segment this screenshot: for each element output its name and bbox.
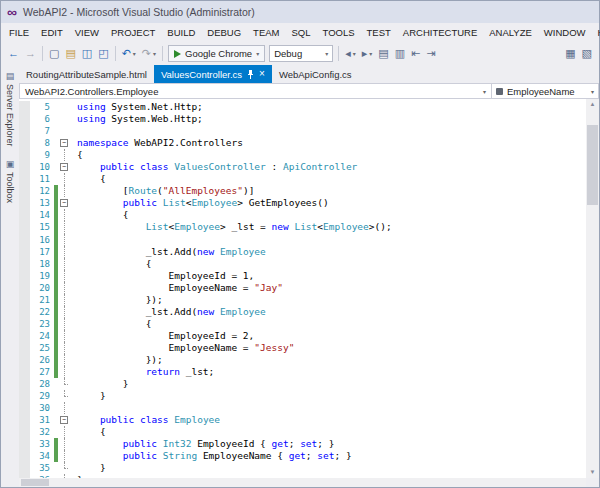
indicator-margin[interactable] [19,450,30,462]
code-text[interactable]: } [71,378,586,390]
code-text[interactable]: { [71,173,586,185]
start-debug-button[interactable]: Google Chrome ▾ [168,45,265,62]
forward-arrow-button[interactable]: → [22,46,39,61]
vertical-scrollbar-thumb[interactable] [587,125,598,205]
code-text[interactable] [71,125,586,137]
code-text[interactable]: EmployeeId = 2, [71,330,586,342]
code-line[interactable]: 11 { [19,173,586,185]
menu-help[interactable]: HELP [592,24,600,41]
menu-test[interactable]: TEST [361,24,397,41]
code-line[interactable]: 26 }); [19,354,586,366]
code-text[interactable]: namespace WebAPI2.Controllers [71,137,586,149]
menu-sql[interactable]: SQL [286,24,317,41]
code-line[interactable]: 14 { [19,209,586,221]
code-text[interactable]: _lst.Add(new Employee [71,306,586,318]
undo-button[interactable]: ↶▾ [119,46,139,61]
indicator-margin[interactable] [19,173,30,185]
scroll-down-icon[interactable]: ▼ [586,467,599,478]
code-line[interactable]: 13− public List<Employee> GetEmployees() [19,197,586,209]
menu-project[interactable]: PROJECT [105,24,161,41]
fold-toggle-icon[interactable]: − [60,139,68,147]
code-line[interactable]: 15 List<Employee> _lst = new List<Employ… [19,221,586,233]
indicator-margin[interactable] [19,318,30,330]
menu-window[interactable]: WINDOW [538,24,592,41]
code-text[interactable]: public String EmployeeName { get; set; } [71,450,586,462]
fold-toggle-icon[interactable]: − [60,163,68,171]
menu-architecture[interactable]: ARCHITECTURE [397,24,483,41]
indicator-margin[interactable] [19,197,30,209]
code-text[interactable]: _lst.Add(new Employee [71,246,586,258]
open-folder-button[interactable]: ▤ [62,46,78,61]
save-all-button[interactable]: ◰ [95,46,111,61]
code-line[interactable]: 33 public Int32 EmployeeId { get; set; } [19,438,586,450]
indicator-margin[interactable] [19,161,30,173]
code-text[interactable]: using System.Net.Http; [71,101,586,113]
scroll-up-icon[interactable]: ▲ [586,99,599,110]
horizontal-scrollbar[interactable] [19,478,586,487]
indicator-margin[interactable] [19,113,30,125]
increase-indent-button[interactable]: ⇥ [423,46,438,61]
code-line[interactable]: 25 EmployeeName = "Jessy" [19,342,586,354]
menu-view[interactable]: VIEW [69,24,105,41]
code-line[interactable]: 23 { [19,318,586,330]
back-arrow-button[interactable]: ← [5,46,22,61]
indicator-margin[interactable] [19,221,30,233]
indicator-margin[interactable] [19,137,30,149]
code-line[interactable]: 20 EmployeeName = "Jay" [19,282,586,294]
navigate-forward-button[interactable]: ▸▾ [359,46,376,61]
code-text[interactable] [71,234,586,246]
comment-out-button[interactable]: ▤ [375,46,391,61]
code-line[interactable]: 31− public class Employee [19,414,586,426]
code-text[interactable]: using System.Web.Http; [71,113,586,125]
close-icon[interactable]: × [259,69,265,79]
navigate-backward-button[interactable]: ◂▾ [342,46,359,61]
tab-routingattributesample-html[interactable]: RoutingAttributeSample.html [19,65,154,83]
code-line[interactable]: 32 { [19,426,586,438]
indicator-margin[interactable] [19,378,30,390]
pin-icon[interactable] [247,70,254,79]
code-text[interactable]: public class ValuesController : ApiContr… [71,161,586,173]
code-line[interactable]: 34 public String EmployeeName { get; set… [19,450,586,462]
code-text[interactable]: EmployeeName = "Jessy" [71,342,586,354]
indicator-margin[interactable] [19,342,30,354]
decrease-indent-button[interactable]: ⇤ [408,46,423,61]
indicator-margin[interactable] [19,426,30,438]
code-line[interactable]: 29 } [19,390,586,402]
indicator-margin[interactable] [19,209,30,221]
code-text[interactable]: List<Employee> _lst = new List<Employee>… [71,221,586,233]
indicator-margin[interactable] [19,414,30,426]
indicator-margin[interactable] [19,246,30,258]
code-text[interactable]: EmployeeName = "Jay" [71,282,586,294]
indicator-margin[interactable] [19,438,30,450]
indicator-margin[interactable] [19,390,30,402]
code-editor[interactable]: 5using System.Net.Http;6using System.Web… [19,99,599,487]
code-text[interactable]: public List<Employee> GetEmployees() [71,197,586,209]
indicator-margin[interactable] [19,462,30,474]
uncomment-button[interactable]: ▥ [392,46,408,61]
menu-edit[interactable]: EDIT [35,24,69,41]
indicator-margin[interactable] [19,366,30,378]
tab-valuescontroller-cs[interactable]: ValuesController.cs× [154,65,272,83]
code-text[interactable]: { [71,426,586,438]
indicator-margin[interactable] [19,101,30,113]
configuration-dropdown[interactable]: Debug ▾ [269,45,333,62]
sidebar-tab-server-explorer[interactable]: ▤Server Explorer [5,71,15,147]
code-line[interactable]: 7 [19,125,586,137]
type-dropdown[interactable]: WebAPI2.Controllers.Employee ▾ [20,84,492,98]
code-line[interactable]: 8−namespace WebAPI2.Controllers [19,137,586,149]
code-line[interactable]: 9{ [19,149,586,161]
code-text[interactable]: { [71,149,586,161]
indicator-margin[interactable] [19,330,30,342]
menu-debug[interactable]: DEBUG [201,24,247,41]
indicator-margin[interactable] [19,185,30,197]
tab-webapiconfig-cs[interactable]: WebApiConfig.cs [272,65,359,83]
code-line[interactable]: 17 _lst.Add(new Employee [19,246,586,258]
code-text[interactable]: EmployeeId = 1, [71,270,586,282]
indicator-margin[interactable] [19,282,30,294]
redo-button[interactable]: ↷▾ [139,46,159,61]
code-line[interactable]: 12 [Route("AllEmployees")] [19,185,586,197]
menu-file[interactable]: FILE [3,24,35,41]
indicator-margin[interactable] [19,294,30,306]
code-line[interactable]: 6using System.Web.Http; [19,113,586,125]
code-line[interactable]: 27 return _lst; [19,366,586,378]
